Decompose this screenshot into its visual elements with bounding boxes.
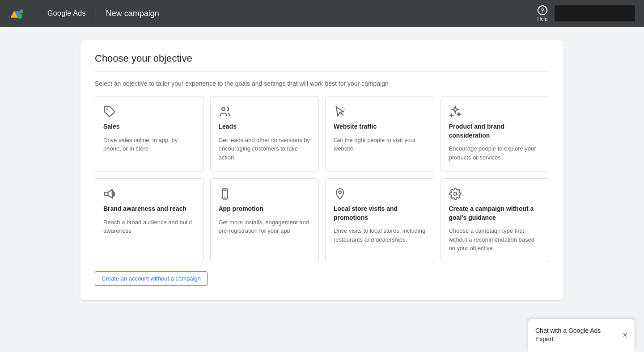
objectives-grid: Sales Drive sales online, in app, by pho… [95,96,549,262]
objective-website-traffic[interactable]: Website traffic Get the right people to … [325,96,434,172]
local-store-desc: Drive visits to local stores, including … [334,226,426,244]
account-button[interactable] [555,5,635,21]
chat-close-button[interactable]: × [623,331,627,339]
svg-point-12 [343,109,344,109]
brand-awareness-title: Brand awareness and reach [103,205,195,214]
objective-leads[interactable]: Leads Get leads and other conversions by… [210,96,319,172]
objective-brand-awareness[interactable]: Brand awareness and reach Reach a broad … [95,178,204,262]
main-content: Choose your objective Select an objectiv… [0,27,644,314]
website-traffic-title: Website traffic [334,122,426,131]
objective-sales[interactable]: Sales Drive sales online, in app, by pho… [95,96,204,172]
help-label: Help [537,16,547,21]
card-title: Choose your objective [95,53,549,64]
svg-point-18 [339,191,341,194]
google-ads-logo-icon [9,6,23,21]
app-promotion-desc: Get more installs, engagement and pre-re… [219,218,311,235]
card-subtitle: Select an objective to tailor your exper… [95,80,549,87]
sales-desc: Drive sales online, in app, by phone, or… [103,136,195,153]
svg-point-7 [20,9,23,13]
svg-point-11 [342,107,343,108]
objective-product-brand[interactable]: Product and brand consideration Encourag… [441,96,550,172]
brand-awareness-desc: Reach a broad audience and build awarene… [103,218,195,235]
people-icon [219,105,231,118]
app-header: Google Ads New campaign ? Help [0,0,644,27]
chat-widget[interactable]: Chat with a Google Ads Expert × [528,319,635,352]
product-brand-desc: Encourage people to explore your product… [449,144,541,162]
gear-icon [449,188,462,200]
tag-icon [103,105,116,118]
sparkles-icon [449,105,462,118]
objective-no-goal[interactable]: Create a campaign without a goal's guida… [441,178,550,262]
svg-point-19 [453,193,457,196]
location-icon [334,188,346,200]
svg-point-8 [106,108,108,110]
objective-app-promotion[interactable]: App promotion Get more installs, engagem… [210,178,319,262]
leads-title: Leads [219,122,311,131]
product-brand-title: Product and brand consideration [449,122,541,140]
help-button[interactable]: ? Help [537,5,547,21]
no-goal-desc: Choose a campaign type first, without a … [449,226,541,253]
header-divider [96,7,96,20]
chat-widget-text: Chat with a Google Ads Expert [535,327,618,344]
local-store-title: Local store visits and promotions [334,205,426,222]
page-title: New campaign [106,9,159,18]
objective-local-store[interactable]: Local store visits and promotions Drive … [325,178,434,262]
megaphone-icon [103,188,116,200]
leads-desc: Get leads and other conversions by encou… [219,136,311,162]
objective-selection-card: Choose your objective Select an objectiv… [80,40,564,300]
no-goal-title: Create a campaign without a goal's guida… [449,205,541,222]
svg-point-9 [222,108,225,111]
card-divider [95,71,549,72]
create-without-campaign-button[interactable]: Create an account without a campaign [95,271,208,286]
help-circle-icon: ? [538,5,547,15]
svg-rect-14 [104,193,108,196]
website-traffic-desc: Get the right people to visit your websi… [334,136,426,153]
svg-line-10 [340,112,343,115]
phone-icon [219,188,231,200]
app-promotion-title: App promotion [219,205,311,214]
google-ads-label: Google Ads [47,9,86,17]
cursor-icon [334,105,346,118]
svg-point-13 [340,107,341,108]
logo-area: Google Ads [9,6,86,21]
sales-title: Sales [103,122,195,131]
